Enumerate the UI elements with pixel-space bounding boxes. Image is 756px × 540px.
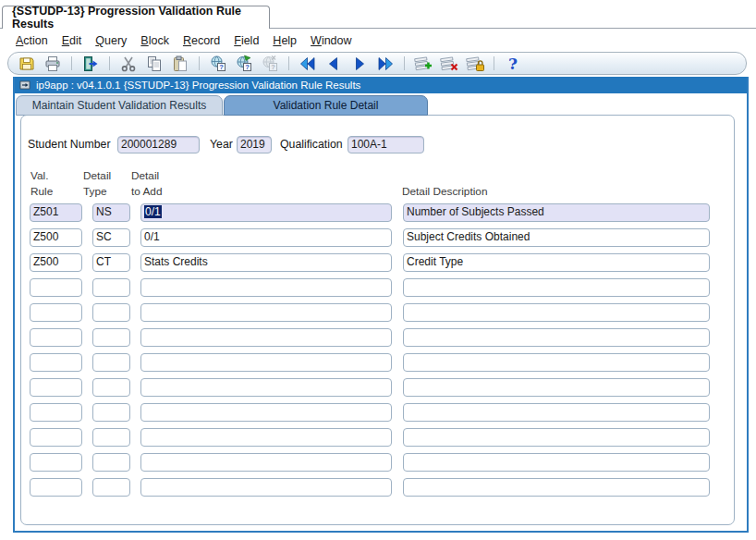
- table-row: [30, 453, 713, 472]
- detail-description-field[interactable]: [403, 403, 710, 422]
- table-row: [30, 353, 713, 372]
- copy-icon: [145, 55, 164, 73]
- next-record-button[interactable]: [349, 54, 370, 74]
- menu-query[interactable]: Query: [92, 32, 129, 49]
- menu-record[interactable]: Record: [180, 32, 223, 49]
- menu-block[interactable]: Block: [138, 32, 172, 49]
- mdi-window-title: ip9app : v04.1.0.1 {SSTUDP-13} Progressi…: [36, 80, 360, 91]
- detail-type-field[interactable]: [92, 478, 130, 497]
- year-field[interactable]: 2019: [237, 136, 272, 153]
- print-button[interactable]: [43, 54, 63, 74]
- val-rule-field[interactable]: [30, 428, 82, 447]
- qualification-label: Qualification: [280, 138, 343, 151]
- detail-type-field[interactable]: [92, 403, 130, 422]
- insert-record-button[interactable]: [413, 54, 433, 74]
- help-button[interactable]: ?: [503, 54, 523, 74]
- detail-to-add-field[interactable]: Stats Credits: [140, 253, 392, 272]
- tab-validation-rule-detail[interactable]: Validation Rule Detail: [224, 95, 428, 116]
- execute-query-button[interactable]: ?: [234, 54, 254, 74]
- next-record-icon: [350, 55, 369, 73]
- svg-text:?: ?: [271, 63, 275, 71]
- window-title-tab[interactable]: {SSTUDP-13} Progression Validation Rule …: [2, 6, 270, 29]
- student-number-field[interactable]: 200001289: [117, 136, 200, 153]
- detail-description-field[interactable]: [403, 478, 710, 497]
- detail-to-add-field[interactable]: [140, 353, 392, 372]
- enter-query-button[interactable]: ?: [208, 54, 228, 74]
- lock-record-button[interactable]: [465, 54, 485, 74]
- toolbar-separator: [71, 56, 72, 70]
- val-rule-field[interactable]: [30, 453, 82, 472]
- menu-window[interactable]: Window: [308, 32, 354, 49]
- detail-to-add-field[interactable]: [140, 453, 392, 472]
- detail-description-field[interactable]: [403, 278, 710, 297]
- student-number-label: Student Number: [28, 138, 111, 151]
- detail-type-field[interactable]: [92, 303, 130, 322]
- application-window: {SSTUDP-13} Progression Validation Rule …: [0, 0, 756, 540]
- exit-button[interactable]: [80, 54, 101, 74]
- detail-description-field[interactable]: Subject Credits Obtained: [403, 228, 710, 247]
- detail-to-add-field[interactable]: [140, 478, 392, 497]
- detail-type-field[interactable]: NS: [92, 203, 130, 222]
- previous-record-button[interactable]: [323, 54, 344, 74]
- toolbar-separator: [109, 56, 110, 70]
- detail-type-field[interactable]: [92, 378, 130, 397]
- selected-text: 0/1: [144, 205, 162, 218]
- detail-to-add-field[interactable]: [140, 303, 392, 322]
- first-record-icon: [299, 55, 317, 73]
- save-button[interactable]: [17, 54, 37, 74]
- last-record-icon: [376, 55, 395, 73]
- menu-edit[interactable]: Edit: [59, 32, 85, 49]
- table-row: [30, 378, 713, 397]
- qualification-field[interactable]: 100A-1: [348, 136, 424, 153]
- detail-type-field[interactable]: [92, 453, 130, 472]
- detail-description-field[interactable]: Credit Type: [403, 253, 710, 272]
- detail-to-add-field[interactable]: [140, 328, 392, 347]
- detail-description-field[interactable]: [403, 328, 710, 347]
- toolbar-separator: [199, 56, 200, 70]
- val-rule-field[interactable]: [30, 303, 82, 322]
- val-rule-field[interactable]: [30, 478, 82, 497]
- first-record-button[interactable]: [298, 54, 318, 74]
- detail-type-field[interactable]: [92, 278, 130, 297]
- detail-description-field[interactable]: Number of Subjects Passed: [403, 203, 710, 222]
- detail-type-field[interactable]: [92, 428, 130, 447]
- detail-to-add-field[interactable]: 0/1: [140, 228, 392, 247]
- val-rule-field[interactable]: Z500: [30, 228, 82, 247]
- detail-type-field[interactable]: [92, 353, 130, 372]
- menu-action[interactable]: Action: [13, 32, 51, 49]
- mdi-titlebar[interactable]: ip9app : v04.1.0.1 {SSTUDP-13} Progressi…: [15, 77, 747, 93]
- table-row: [30, 478, 713, 497]
- detail-description-field[interactable]: [403, 353, 710, 372]
- menu-help[interactable]: Help: [270, 32, 299, 49]
- detail-to-add-field[interactable]: [140, 278, 392, 297]
- val-rule-field[interactable]: [30, 378, 82, 397]
- detail-description-field[interactable]: [403, 453, 710, 472]
- last-record-button[interactable]: [375, 54, 396, 74]
- val-rule-field[interactable]: [30, 328, 82, 347]
- detail-to-add-field[interactable]: [140, 403, 392, 422]
- paste-button[interactable]: [170, 54, 190, 74]
- detail-description-field[interactable]: [403, 428, 710, 447]
- delete-record-button[interactable]: [439, 54, 459, 74]
- toolbar-separator: [494, 56, 494, 70]
- menu-field[interactable]: Field: [231, 32, 262, 49]
- cut-button[interactable]: [118, 54, 139, 74]
- tab-maintain-student-validation-results[interactable]: Maintain Student Validation Results: [16, 95, 223, 116]
- detail-to-add-field[interactable]: [140, 378, 392, 397]
- records-grid: Z501 NS 0/1 Number of Subjects Passed Z5…: [30, 203, 713, 503]
- detail-type-field[interactable]: SC: [92, 228, 130, 247]
- detail-type-field[interactable]: CT: [92, 253, 130, 272]
- toolbar: ? ? ?: [7, 52, 747, 75]
- detail-description-field[interactable]: [403, 303, 710, 322]
- detail-to-add-field[interactable]: 0/1: [140, 203, 392, 222]
- copy-button[interactable]: [144, 54, 165, 74]
- detail-type-field[interactable]: [92, 328, 130, 347]
- val-rule-field[interactable]: [30, 278, 82, 297]
- val-rule-field[interactable]: [30, 403, 82, 422]
- detail-description-field[interactable]: [403, 378, 710, 397]
- cancel-query-button[interactable]: ?: [260, 54, 280, 74]
- val-rule-field[interactable]: Z501: [30, 203, 82, 222]
- val-rule-field[interactable]: Z500: [30, 253, 82, 272]
- detail-to-add-field[interactable]: [140, 428, 392, 447]
- val-rule-field[interactable]: [30, 353, 82, 372]
